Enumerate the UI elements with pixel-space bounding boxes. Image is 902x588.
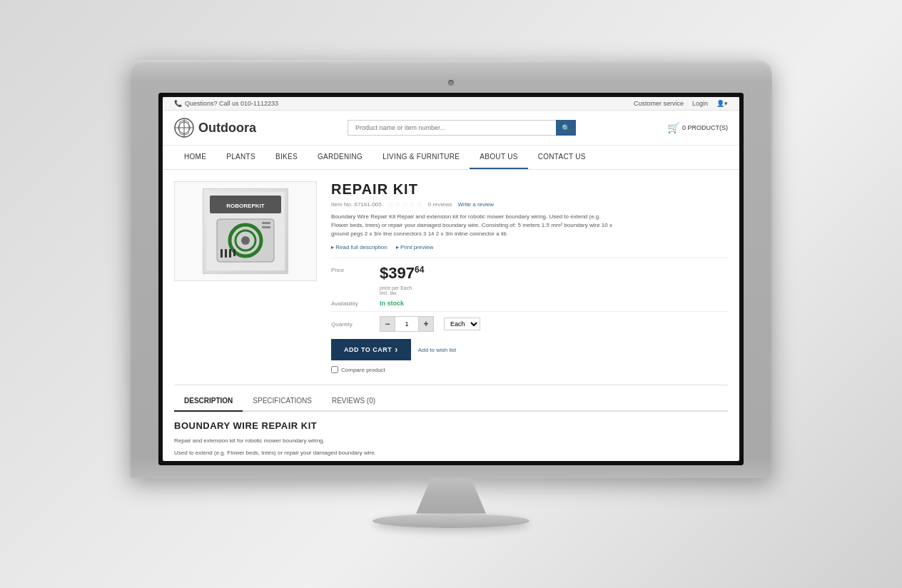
monitor-camera (448, 80, 454, 86)
desc-line-1: Repair and extension kit for robotic mow… (174, 437, 728, 446)
nav-item-plants[interactable]: PLANTS (216, 146, 265, 169)
cart-icon: 🛒 (667, 122, 679, 133)
svg-point-10 (241, 236, 250, 245)
svg-rect-11 (221, 249, 223, 258)
product-detail-column: REPAIR KIT Item No. 67181-005 ☆ ☆ ☆ (331, 181, 728, 373)
monitor-stand-base (373, 514, 529, 528)
search-button[interactable]: 🔍 (556, 120, 576, 136)
monitor-bezel: 📞 Questions? Call us 010-1112233 Custome… (158, 93, 744, 465)
quantity-input[interactable] (395, 316, 418, 332)
nav-item-living[interactable]: LIVING & FURNITURE (373, 146, 470, 169)
phone-icon: 📞 (174, 100, 182, 107)
nav-item-contact[interactable]: CONTACT US (528, 146, 596, 169)
quantity-row: Quantity − + Each (331, 316, 728, 332)
add-to-cart-button[interactable]: ADD TO CART (331, 339, 411, 360)
product-svg: ROBOREPKIT (206, 192, 285, 270)
availability-row: Availability In stock (331, 300, 728, 312)
description-section-title: BOUNDARY WIRE REPAIR KIT (174, 420, 728, 431)
section-divider (174, 385, 728, 385)
svg-rect-14 (233, 249, 235, 256)
price-main: $39764 (380, 264, 424, 282)
svg-rect-15 (262, 222, 270, 224)
top-bar: 📞 Questions? Call us 010-1112233 Custome… (163, 97, 739, 111)
price-row: Price $39764 price per Each incl. tax (331, 258, 728, 295)
product-image-column: ROBOREPKIT (174, 181, 317, 373)
monitor-stand-neck (401, 478, 501, 514)
tabs-nav: DESCRIPTION SPECIFICATIONS REVIEWS (0) (174, 391, 728, 412)
phone-text: Questions? Call us 010-1112233 (185, 100, 278, 107)
svg-rect-12 (225, 249, 227, 258)
product-description: Boundary Wire Repair Kit Repair and exte… (331, 213, 617, 238)
availability-status: In stock (380, 300, 404, 307)
product-area: ROBOREPKIT (163, 170, 739, 385)
product-image: ROBOREPKIT (203, 188, 288, 274)
compare-label: Compare product (341, 367, 385, 373)
compare-checkbox[interactable] (331, 366, 338, 373)
cart-area[interactable]: 🛒 0 PRODUCT(S) (667, 122, 728, 133)
svg-text:ROBOREPKIT: ROBOREPKIT (226, 203, 264, 209)
product-meta: Item No. 67181-005 ☆ ☆ ☆ ☆ ☆ (331, 201, 728, 208)
compare-row: Compare product (331, 366, 728, 373)
product-links: Read full description Print preview (331, 244, 728, 250)
search-input[interactable] (348, 120, 556, 136)
tab-description[interactable]: DESCRIPTION (174, 391, 243, 412)
unit-selector[interactable]: Each (444, 318, 480, 330)
logo-text: Outdoora (198, 121, 256, 136)
site-nav: HOME PLANTS BIKES GARDENING LIVING & FUR… (163, 146, 739, 170)
tab-specifications[interactable]: SPECIFICATIONS (243, 391, 322, 412)
add-to-cart-row: ADD TO CART Add to wish list (331, 339, 728, 360)
monitor-shell: 📞 Questions? Call us 010-1112233 Custome… (130, 60, 772, 478)
product-tabs: DESCRIPTION SPECIFICATIONS REVIEWS (0) B… (163, 391, 739, 458)
desc-line-2: Used to extend (e.g. Flower beds, trees)… (174, 449, 728, 458)
quantity-label: Quantity (331, 321, 374, 328)
product-image-box: ROBOREPKIT (174, 181, 317, 281)
svg-rect-13 (229, 249, 231, 258)
monitor-container: 📞 Questions? Call us 010-1112233 Custome… (130, 60, 772, 528)
nav-item-home[interactable]: HOME (174, 146, 216, 169)
quantity-controls: − + (380, 316, 434, 332)
logo-area[interactable]: Outdoora (174, 118, 256, 138)
login-link[interactable]: Login (692, 100, 708, 107)
monitor-screen: 📞 Questions? Call us 010-1112233 Custome… (163, 97, 739, 461)
site-wrapper: 📞 Questions? Call us 010-1112233 Custome… (163, 97, 739, 458)
site-header: Outdoora 🔍 🛒 0 PRODUCT(S) (163, 111, 739, 146)
nav-list: HOME PLANTS BIKES GARDENING LIVING & FUR… (174, 146, 728, 169)
price-cents: 64 (415, 265, 424, 275)
user-icon: 👤▾ (716, 100, 728, 107)
availability-label: Availability (331, 300, 374, 307)
read-full-link[interactable]: Read full description (331, 244, 387, 250)
quantity-decrease[interactable]: − (380, 316, 395, 332)
search-icon: 🔍 (562, 124, 570, 132)
nav-item-about[interactable]: ABOUT US (470, 146, 527, 169)
reviews-count[interactable]: 0 reviews (428, 201, 452, 208)
monitor-camera-area (158, 80, 744, 86)
star-rating: ☆ ☆ ☆ ☆ ☆ (387, 201, 422, 208)
print-preview-link[interactable]: Print preview (396, 244, 433, 250)
cart-label: 0 PRODUCT(S) (682, 124, 728, 131)
logo-icon (174, 118, 194, 138)
search-area: 🔍 (348, 120, 576, 136)
svg-rect-16 (262, 226, 270, 228)
customer-service-link[interactable]: Customer service (634, 100, 684, 107)
price-display: $39764 price per Each incl. tax (380, 264, 424, 295)
nav-item-gardening[interactable]: GARDENING (308, 146, 373, 169)
tab-reviews[interactable]: REVIEWS (0) (322, 391, 385, 412)
quantity-increase[interactable]: + (418, 316, 434, 332)
item-number: Item No. 67181-005 (331, 201, 382, 208)
top-bar-left: 📞 Questions? Call us 010-1112233 (174, 100, 278, 107)
product-title: REPAIR KIT (331, 181, 728, 198)
wishlist-link[interactable]: Add to wish list (418, 347, 456, 353)
price-label: Price (331, 264, 374, 273)
nav-item-bikes[interactable]: BIKES (265, 146, 308, 169)
top-bar-right: Customer service Login 👤▾ (634, 100, 728, 107)
write-review-link[interactable]: Write a review (458, 201, 495, 208)
description-content: Repair and extension kit for robotic mow… (174, 437, 728, 458)
price-note: price per Each incl. tax (380, 285, 424, 295)
